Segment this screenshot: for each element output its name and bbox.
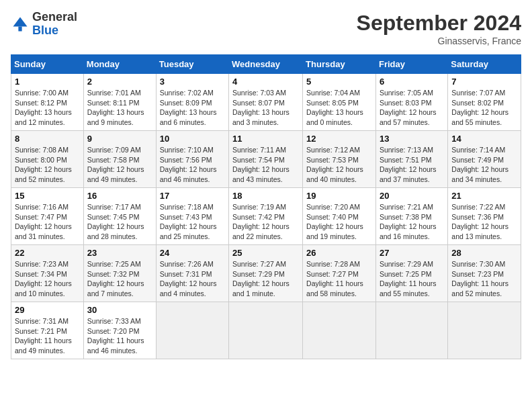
- day-number: 4: [232, 77, 299, 87]
- day-info: Sunrise: 7:10 AMSunset: 7:56 PMDaylight:…: [160, 145, 225, 185]
- day-number: 24: [160, 248, 225, 258]
- day-info: Sunrise: 7:13 AMSunset: 7:51 PMDaylight:…: [380, 145, 444, 185]
- logo-blue-text: Blue: [32, 24, 58, 37]
- day-number: 22: [15, 248, 80, 258]
- calendar-cell: [375, 302, 447, 359]
- calendar-cell: 20 Sunrise: 7:21 AMSunset: 7:38 PMDaylig…: [375, 188, 447, 245]
- day-info: Sunrise: 7:11 AMSunset: 7:54 PMDaylight:…: [232, 145, 299, 185]
- day-info: Sunrise: 7:22 AMSunset: 7:36 PMDaylight:…: [451, 202, 517, 242]
- day-info: Sunrise: 7:27 AMSunset: 7:29 PMDaylight:…: [232, 259, 299, 299]
- day-number: 14: [451, 134, 517, 144]
- calendar-header-row: SundayMondayTuesdayWednesdayThursdayFrid…: [11, 55, 521, 74]
- calendar-cell: 8 Sunrise: 7:08 AMSunset: 8:00 PMDayligh…: [11, 131, 84, 188]
- calendar-cell: 1 Sunrise: 7:00 AMSunset: 8:12 PMDayligh…: [11, 74, 84, 131]
- svg-rect-2: [18, 26, 21, 31]
- title-block: September 2024 Ginasservis, France: [357, 11, 521, 46]
- day-info: Sunrise: 7:12 AMSunset: 7:53 PMDaylight:…: [306, 145, 372, 185]
- calendar-cell: 17 Sunrise: 7:18 AMSunset: 7:43 PMDaylig…: [156, 188, 228, 245]
- day-info: Sunrise: 7:08 AMSunset: 8:00 PMDaylight:…: [15, 145, 80, 185]
- day-info: Sunrise: 7:09 AMSunset: 7:58 PMDaylight:…: [87, 145, 152, 185]
- day-number: 30: [87, 305, 152, 315]
- month-title: September 2024: [357, 11, 521, 36]
- calendar-cell: [303, 302, 376, 359]
- day-info: Sunrise: 7:02 AMSunset: 8:09 PMDaylight:…: [160, 88, 225, 128]
- logo-icon: [11, 15, 30, 34]
- calendar-cell: [229, 302, 303, 359]
- calendar-cell: 16 Sunrise: 7:17 AMSunset: 7:45 PMDaylig…: [83, 188, 156, 245]
- calendar-cell: [156, 302, 228, 359]
- header-wednesday: Wednesday: [229, 55, 303, 74]
- calendar-cell: 9 Sunrise: 7:09 AMSunset: 7:58 PMDayligh…: [83, 131, 156, 188]
- day-number: 13: [380, 134, 444, 144]
- day-info: Sunrise: 7:01 AMSunset: 8:11 PMDaylight:…: [87, 88, 152, 128]
- day-info: Sunrise: 7:18 AMSunset: 7:43 PMDaylight:…: [160, 202, 225, 242]
- day-number: 19: [306, 191, 372, 201]
- day-info: Sunrise: 7:30 AMSunset: 7:23 PMDaylight:…: [451, 259, 517, 299]
- day-number: 27: [380, 248, 444, 258]
- day-number: 3: [160, 77, 225, 87]
- day-info: Sunrise: 7:05 AMSunset: 8:03 PMDaylight:…: [380, 88, 444, 128]
- calendar-cell: 30 Sunrise: 7:33 AMSunset: 7:20 PMDaylig…: [83, 302, 156, 359]
- calendar-cell: 13 Sunrise: 7:13 AMSunset: 7:51 PMDaylig…: [375, 131, 447, 188]
- location-text: Ginasservis, France: [357, 36, 521, 46]
- logo-general-text: General: [32, 10, 77, 24]
- day-number: 25: [232, 248, 299, 258]
- header-monday: Monday: [83, 55, 156, 74]
- day-info: Sunrise: 7:07 AMSunset: 8:02 PMDaylight:…: [451, 88, 517, 128]
- day-number: 10: [160, 134, 225, 144]
- calendar-cell: 6 Sunrise: 7:05 AMSunset: 8:03 PMDayligh…: [375, 74, 447, 131]
- day-number: 2: [87, 77, 152, 87]
- calendar-week-row: 15 Sunrise: 7:16 AMSunset: 7:47 PMDaylig…: [11, 188, 521, 245]
- day-info: Sunrise: 7:04 AMSunset: 8:05 PMDaylight:…: [306, 88, 372, 128]
- calendar-cell: 4 Sunrise: 7:03 AMSunset: 8:07 PMDayligh…: [229, 74, 303, 131]
- calendar-cell: 22 Sunrise: 7:23 AMSunset: 7:34 PMDaylig…: [11, 245, 84, 302]
- day-info: Sunrise: 7:17 AMSunset: 7:45 PMDaylight:…: [87, 202, 152, 242]
- day-number: 28: [451, 248, 517, 258]
- calendar-cell: 26 Sunrise: 7:28 AMSunset: 7:27 PMDaylig…: [303, 245, 376, 302]
- day-info: Sunrise: 7:33 AMSunset: 7:20 PMDaylight:…: [87, 316, 152, 356]
- calendar-cell: 27 Sunrise: 7:29 AMSunset: 7:25 PMDaylig…: [375, 245, 447, 302]
- calendar-cell: 28 Sunrise: 7:30 AMSunset: 7:23 PMDaylig…: [448, 245, 521, 302]
- day-info: Sunrise: 7:21 AMSunset: 7:38 PMDaylight:…: [380, 202, 444, 242]
- calendar-cell: 14 Sunrise: 7:14 AMSunset: 7:49 PMDaylig…: [448, 131, 521, 188]
- header-thursday: Thursday: [303, 55, 376, 74]
- day-number: 11: [232, 134, 299, 144]
- day-info: Sunrise: 7:28 AMSunset: 7:27 PMDaylight:…: [306, 259, 372, 299]
- day-number: 29: [15, 305, 80, 315]
- day-info: Sunrise: 7:19 AMSunset: 7:42 PMDaylight:…: [232, 202, 299, 242]
- header-friday: Friday: [375, 55, 447, 74]
- calendar-cell: 29 Sunrise: 7:31 AMSunset: 7:21 PMDaylig…: [11, 302, 84, 359]
- day-number: 21: [451, 191, 517, 201]
- day-info: Sunrise: 7:20 AMSunset: 7:40 PMDaylight:…: [306, 202, 372, 242]
- calendar-cell: 25 Sunrise: 7:27 AMSunset: 7:29 PMDaylig…: [229, 245, 303, 302]
- calendar-cell: 15 Sunrise: 7:16 AMSunset: 7:47 PMDaylig…: [11, 188, 84, 245]
- day-info: Sunrise: 7:26 AMSunset: 7:31 PMDaylight:…: [160, 259, 225, 299]
- day-info: Sunrise: 7:16 AMSunset: 7:47 PMDaylight:…: [15, 202, 80, 242]
- calendar-cell: 7 Sunrise: 7:07 AMSunset: 8:02 PMDayligh…: [448, 74, 521, 131]
- day-number: 6: [380, 77, 444, 87]
- day-number: 17: [160, 191, 225, 201]
- day-number: 5: [306, 77, 372, 87]
- calendar-cell: 21 Sunrise: 7:22 AMSunset: 7:36 PMDaylig…: [448, 188, 521, 245]
- day-number: 16: [87, 191, 152, 201]
- day-info: Sunrise: 7:31 AMSunset: 7:21 PMDaylight:…: [15, 316, 80, 356]
- calendar-week-row: 22 Sunrise: 7:23 AMSunset: 7:34 PMDaylig…: [11, 245, 521, 302]
- day-info: Sunrise: 7:00 AMSunset: 8:12 PMDaylight:…: [15, 88, 80, 128]
- day-number: 20: [380, 191, 444, 201]
- header-sunday: Sunday: [11, 55, 84, 74]
- day-number: 8: [15, 134, 80, 144]
- day-number: 18: [232, 191, 299, 201]
- day-number: 23: [87, 248, 152, 258]
- calendar-week-row: 1 Sunrise: 7:00 AMSunset: 8:12 PMDayligh…: [11, 74, 521, 131]
- day-info: Sunrise: 7:03 AMSunset: 8:07 PMDaylight:…: [232, 88, 299, 128]
- day-number: 15: [15, 191, 80, 201]
- calendar-cell: 12 Sunrise: 7:12 AMSunset: 7:53 PMDaylig…: [303, 131, 376, 188]
- day-number: 26: [306, 248, 372, 258]
- calendar-cell: 10 Sunrise: 7:10 AMSunset: 7:56 PMDaylig…: [156, 131, 228, 188]
- calendar-week-row: 8 Sunrise: 7:08 AMSunset: 8:00 PMDayligh…: [11, 131, 521, 188]
- day-number: 12: [306, 134, 372, 144]
- day-number: 7: [451, 77, 517, 87]
- day-info: Sunrise: 7:29 AMSunset: 7:25 PMDaylight:…: [380, 259, 444, 299]
- calendar-cell: 19 Sunrise: 7:20 AMSunset: 7:40 PMDaylig…: [303, 188, 376, 245]
- calendar-cell: 24 Sunrise: 7:26 AMSunset: 7:31 PMDaylig…: [156, 245, 228, 302]
